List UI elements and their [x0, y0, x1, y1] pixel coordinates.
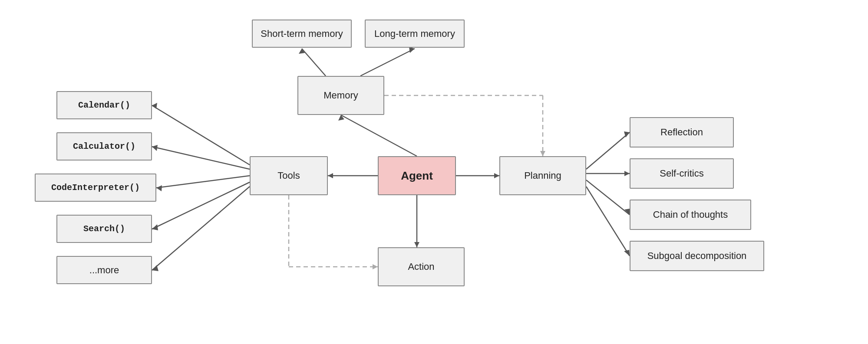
- code-interpreter-label: CodeInterpreter(): [51, 183, 140, 193]
- svg-marker-5: [338, 115, 344, 121]
- svg-marker-3: [409, 47, 415, 53]
- action-box: Action: [378, 247, 465, 286]
- tools-label: Tools: [277, 170, 300, 181]
- svg-marker-31: [624, 171, 630, 176]
- tools-box: Tools: [250, 156, 328, 195]
- svg-marker-11: [414, 242, 419, 247]
- long-term-memory-label: Long-term memory: [374, 28, 455, 39]
- calendar-label: Calendar(): [78, 100, 130, 110]
- svg-line-0: [302, 49, 326, 76]
- svg-marker-19: [152, 224, 158, 230]
- memory-label: Memory: [323, 90, 358, 101]
- svg-marker-29: [624, 131, 630, 138]
- action-label: Action: [408, 261, 434, 272]
- svg-line-20: [152, 187, 250, 270]
- svg-marker-33: [624, 209, 630, 215]
- calculator-label: Calculator(): [73, 141, 135, 151]
- calculator-box: Calculator(): [56, 132, 152, 161]
- self-critics-box: Self-critics: [630, 158, 734, 189]
- reflection-box: Reflection: [630, 117, 734, 147]
- subgoal-label: Subgoal decomposition: [647, 250, 747, 262]
- svg-line-2: [360, 49, 415, 76]
- svg-marker-17: [156, 185, 162, 191]
- agent-label: Agent: [401, 169, 433, 183]
- svg-marker-9: [494, 173, 499, 178]
- agent-box: Agent: [378, 156, 456, 195]
- more-label: ...more: [89, 265, 119, 276]
- search-label: Search(): [83, 224, 125, 234]
- long-term-memory-box: Long-term memory: [365, 20, 465, 48]
- svg-line-14: [152, 147, 250, 169]
- svg-marker-27: [373, 264, 378, 269]
- svg-marker-24: [540, 151, 545, 156]
- svg-line-32: [586, 180, 630, 215]
- memory-box: Memory: [297, 76, 384, 115]
- chain-of-thoughts-label: Chain of thoughts: [653, 209, 728, 220]
- svg-line-12: [152, 105, 250, 165]
- svg-line-4: [341, 115, 417, 156]
- svg-marker-7: [328, 173, 333, 178]
- calendar-box: Calendar(): [56, 91, 152, 119]
- svg-marker-35: [624, 250, 630, 256]
- code-interpreter-box: CodeInterpreter(): [35, 174, 156, 202]
- svg-marker-21: [152, 265, 158, 271]
- self-critics-label: Self-critics: [660, 168, 703, 179]
- subgoal-decomposition-box: Subgoal decomposition: [630, 241, 764, 271]
- more-box: ...more: [56, 256, 152, 284]
- svg-marker-15: [152, 145, 158, 151]
- svg-line-28: [586, 132, 630, 169]
- diagram-container: Short-term memory Long-term memory Memor…: [0, 0, 868, 344]
- svg-line-34: [586, 187, 630, 256]
- reflection-label: Reflection: [660, 127, 703, 138]
- svg-marker-13: [152, 103, 157, 109]
- svg-marker-1: [299, 49, 305, 54]
- planning-label: Planning: [524, 170, 561, 181]
- short-term-memory-label: Short-term memory: [261, 28, 343, 39]
- search-box: Search(): [56, 215, 152, 243]
- planning-box: Planning: [499, 156, 586, 195]
- svg-line-16: [156, 176, 250, 188]
- chain-of-thoughts-box: Chain of thoughts: [630, 200, 751, 230]
- svg-line-18: [152, 182, 250, 229]
- short-term-memory-box: Short-term memory: [252, 20, 352, 48]
